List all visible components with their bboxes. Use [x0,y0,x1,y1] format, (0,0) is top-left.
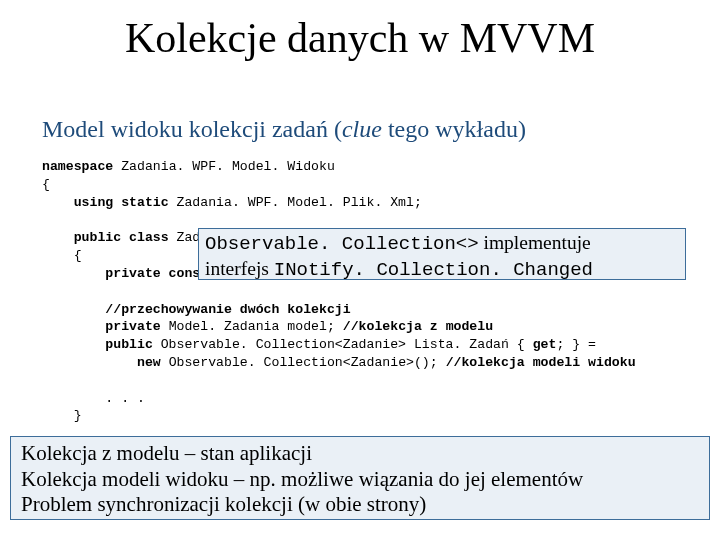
code-text [42,337,105,352]
code-text [42,302,105,317]
code-text: Zadania. WPF. Model. Widoku [113,159,335,174]
notes-line: Kolekcja z modelu – stan aplikacji [21,441,699,467]
code-comment: //kolekcja modeli widoku [446,355,636,370]
code-kw: namespace [42,159,113,174]
code-kw: new [137,355,161,370]
code-comment: //kolekcja z modelu [343,319,493,334]
code-text: Observable. Collection<Zadanie>(); [161,355,446,370]
callout-mono: Observable. Collection<> [205,233,479,255]
callout-box: Observable. Collection<> implementuje in… [198,228,686,280]
code-kw: private [105,319,160,334]
code-text: } [42,408,82,423]
code-text [42,355,137,370]
code-text [42,319,105,334]
callout-text: interfejs [205,258,274,279]
code-text: { [42,248,82,263]
notes-line: Kolekcja modeli widoku – np. możliwe wią… [21,467,699,493]
slide: Kolekcje danych w MVVM Model widoku kole… [0,0,720,540]
code-text: Observable. Collection<Zadanie> Lista. Z… [153,337,533,352]
slide-title: Kolekcje danych w MVVM [0,14,720,62]
code-block: namespace Zadania. WPF. Model. Widoku { … [42,158,636,425]
code-text: { [42,177,50,192]
code-kw: public class [74,230,169,245]
code-text: Zadania. WPF. Model. Plik. Xml; [169,195,422,210]
code-text: Model. Zadania model; [161,319,343,334]
subtitle-italic: clue [342,116,382,142]
code-kw: get [533,337,557,352]
code-text: ; } = [556,337,596,352]
notes-line: Problem synchronizacji kolekcji (w obie … [21,492,699,518]
code-text [42,230,74,245]
code-text [42,195,74,210]
code-kw: using static [74,195,169,210]
code-kw: private const [105,266,208,281]
code-kw: public [105,337,152,352]
code-text [42,266,105,281]
callout-text: implementuje [479,232,591,253]
subtitle-part2: tego wykładu) [382,116,526,142]
notes-box: Kolekcja z modelu – stan aplikacji Kolek… [10,436,710,520]
code-comment: //przechowywanie dwóch kolekcji [105,302,350,317]
code-text: . . . [42,391,145,406]
slide-subtitle: Model widoku kolekcji zadań (clue tego w… [42,116,526,143]
subtitle-part1: Model widoku kolekcji zadań ( [42,116,342,142]
callout-mono: INotify. Collection. Changed [274,259,593,281]
